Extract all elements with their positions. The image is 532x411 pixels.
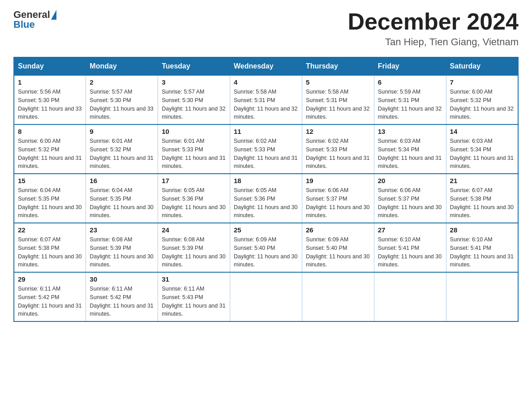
location-subtitle: Tan Hiep, Tien Giang, Vietnam	[348, 36, 519, 48]
calendar-day-cell: 26 Sunrise: 6:09 AM Sunset: 5:40 PM Dayl…	[302, 223, 374, 272]
day-number: 24	[162, 226, 226, 234]
day-number: 16	[90, 177, 154, 184]
logo-triangle-icon	[51, 10, 56, 20]
day-number: 31	[162, 275, 226, 283]
day-info: Sunrise: 6:06 AM Sunset: 5:37 PM Dayligh…	[306, 186, 370, 220]
day-info: Sunrise: 6:11 AM Sunset: 5:43 PM Dayligh…	[162, 285, 226, 318]
day-info: Sunrise: 6:00 AM Sunset: 5:32 PM Dayligh…	[18, 137, 82, 171]
calendar-day-cell: 31 Sunrise: 6:11 AM Sunset: 5:43 PM Dayl…	[158, 272, 230, 321]
weekday-header-tuesday: Tuesday	[158, 57, 230, 75]
calendar-day-cell: 17 Sunrise: 6:05 AM Sunset: 5:36 PM Dayl…	[158, 174, 230, 223]
day-number: 19	[306, 177, 370, 184]
day-info: Sunrise: 6:08 AM Sunset: 5:39 PM Dayligh…	[90, 235, 154, 269]
logo-blue-text: Blue	[13, 19, 35, 30]
calendar-day-cell: 7 Sunrise: 6:00 AM Sunset: 5:32 PM Dayli…	[446, 75, 518, 124]
day-info: Sunrise: 5:58 AM Sunset: 5:31 PM Dayligh…	[234, 88, 298, 121]
day-number: 3	[162, 78, 226, 86]
day-number: 17	[162, 177, 226, 184]
weekday-header-saturday: Saturday	[446, 57, 518, 75]
calendar-day-cell: 11 Sunrise: 6:02 AM Sunset: 5:33 PM Dayl…	[230, 124, 302, 174]
weekday-header-sunday: Sunday	[14, 57, 86, 75]
day-info: Sunrise: 6:02 AM Sunset: 5:33 PM Dayligh…	[234, 137, 298, 171]
day-info: Sunrise: 6:07 AM Sunset: 5:38 PM Dayligh…	[450, 186, 514, 220]
calendar-week-row: 15 Sunrise: 6:04 AM Sunset: 5:35 PM Dayl…	[14, 174, 518, 223]
calendar-day-cell: 24 Sunrise: 6:08 AM Sunset: 5:39 PM Dayl…	[158, 223, 230, 272]
calendar-day-cell: 16 Sunrise: 6:04 AM Sunset: 5:35 PM Dayl…	[86, 174, 158, 223]
day-number: 15	[18, 177, 82, 184]
day-number: 27	[378, 226, 442, 234]
calendar-week-row: 8 Sunrise: 6:00 AM Sunset: 5:32 PM Dayli…	[14, 124, 518, 174]
day-info: Sunrise: 6:02 AM Sunset: 5:33 PM Dayligh…	[306, 137, 370, 171]
calendar-table: SundayMondayTuesdayWednesdayThursdayFrid…	[13, 57, 519, 322]
day-number: 18	[234, 177, 298, 184]
empty-cell	[446, 272, 518, 321]
day-number: 11	[234, 128, 298, 135]
logo: General Blue	[13, 9, 56, 30]
day-info: Sunrise: 6:05 AM Sunset: 5:36 PM Dayligh…	[234, 186, 298, 220]
calendar-day-cell: 23 Sunrise: 6:08 AM Sunset: 5:39 PM Dayl…	[86, 223, 158, 272]
calendar-day-cell: 8 Sunrise: 6:00 AM Sunset: 5:32 PM Dayli…	[14, 124, 86, 174]
calendar-week-row: 22 Sunrise: 6:07 AM Sunset: 5:38 PM Dayl…	[14, 223, 518, 272]
day-number: 1	[18, 78, 82, 86]
day-number: 26	[306, 226, 370, 234]
day-info: Sunrise: 6:09 AM Sunset: 5:40 PM Dayligh…	[234, 235, 298, 269]
weekday-header-monday: Monday	[86, 57, 158, 75]
calendar-day-cell: 13 Sunrise: 6:03 AM Sunset: 5:34 PM Dayl…	[374, 124, 446, 174]
day-number: 28	[450, 226, 514, 234]
calendar-day-cell: 15 Sunrise: 6:04 AM Sunset: 5:35 PM Dayl…	[14, 174, 86, 223]
day-info: Sunrise: 6:09 AM Sunset: 5:40 PM Dayligh…	[306, 235, 370, 269]
day-info: Sunrise: 5:57 AM Sunset: 5:30 PM Dayligh…	[90, 88, 154, 121]
calendar-day-cell: 28 Sunrise: 6:10 AM Sunset: 5:41 PM Dayl…	[446, 223, 518, 272]
day-number: 6	[378, 78, 442, 86]
calendar-week-row: 29 Sunrise: 6:11 AM Sunset: 5:42 PM Dayl…	[14, 272, 518, 321]
weekday-header-wednesday: Wednesday	[230, 57, 302, 75]
day-number: 5	[306, 78, 370, 86]
calendar-day-cell: 9 Sunrise: 6:01 AM Sunset: 5:32 PM Dayli…	[86, 124, 158, 174]
day-number: 14	[450, 128, 514, 135]
day-info: Sunrise: 6:08 AM Sunset: 5:39 PM Dayligh…	[162, 235, 226, 269]
day-info: Sunrise: 5:59 AM Sunset: 5:31 PM Dayligh…	[378, 88, 442, 121]
calendar-day-cell: 29 Sunrise: 6:11 AM Sunset: 5:42 PM Dayl…	[14, 272, 86, 321]
calendar-day-cell: 3 Sunrise: 5:57 AM Sunset: 5:30 PM Dayli…	[158, 75, 230, 124]
day-info: Sunrise: 6:07 AM Sunset: 5:38 PM Dayligh…	[18, 235, 82, 269]
day-number: 29	[18, 275, 82, 283]
empty-cell	[302, 272, 374, 321]
page-header: General Blue December 2024 Tan Hiep, Tie…	[13, 9, 519, 48]
day-info: Sunrise: 6:06 AM Sunset: 5:37 PM Dayligh…	[378, 186, 442, 220]
day-number: 30	[90, 275, 154, 283]
calendar-day-cell: 10 Sunrise: 6:01 AM Sunset: 5:33 PM Dayl…	[158, 124, 230, 174]
day-number: 13	[378, 128, 442, 135]
empty-cell	[374, 272, 446, 321]
calendar-day-cell: 1 Sunrise: 5:56 AM Sunset: 5:30 PM Dayli…	[14, 75, 86, 124]
calendar-day-cell: 19 Sunrise: 6:06 AM Sunset: 5:37 PM Dayl…	[302, 174, 374, 223]
day-info: Sunrise: 6:11 AM Sunset: 5:42 PM Dayligh…	[90, 285, 154, 318]
day-info: Sunrise: 6:05 AM Sunset: 5:36 PM Dayligh…	[162, 186, 226, 220]
day-info: Sunrise: 6:01 AM Sunset: 5:32 PM Dayligh…	[90, 137, 154, 171]
calendar-day-cell: 4 Sunrise: 5:58 AM Sunset: 5:31 PM Dayli…	[230, 75, 302, 124]
calendar-day-cell: 27 Sunrise: 6:10 AM Sunset: 5:41 PM Dayl…	[374, 223, 446, 272]
empty-cell	[230, 272, 302, 321]
calendar-day-cell: 21 Sunrise: 6:07 AM Sunset: 5:38 PM Dayl…	[446, 174, 518, 223]
day-number: 20	[378, 177, 442, 184]
day-info: Sunrise: 6:00 AM Sunset: 5:32 PM Dayligh…	[450, 88, 514, 121]
day-info: Sunrise: 6:04 AM Sunset: 5:35 PM Dayligh…	[18, 186, 82, 220]
weekday-header-friday: Friday	[374, 57, 446, 75]
day-info: Sunrise: 6:11 AM Sunset: 5:42 PM Dayligh…	[18, 285, 82, 318]
day-info: Sunrise: 5:56 AM Sunset: 5:30 PM Dayligh…	[18, 88, 82, 121]
calendar-day-cell: 12 Sunrise: 6:02 AM Sunset: 5:33 PM Dayl…	[302, 124, 374, 174]
day-info: Sunrise: 6:10 AM Sunset: 5:41 PM Dayligh…	[378, 235, 442, 269]
day-number: 7	[450, 78, 514, 86]
day-info: Sunrise: 6:04 AM Sunset: 5:35 PM Dayligh…	[90, 186, 154, 220]
day-number: 25	[234, 226, 298, 234]
weekday-header-row: SundayMondayTuesdayWednesdayThursdayFrid…	[14, 57, 518, 75]
calendar-week-row: 1 Sunrise: 5:56 AM Sunset: 5:30 PM Dayli…	[14, 75, 518, 124]
day-info: Sunrise: 5:58 AM Sunset: 5:31 PM Dayligh…	[306, 88, 370, 121]
calendar-day-cell: 6 Sunrise: 5:59 AM Sunset: 5:31 PM Dayli…	[374, 75, 446, 124]
calendar-day-cell: 18 Sunrise: 6:05 AM Sunset: 5:36 PM Dayl…	[230, 174, 302, 223]
weekday-header-thursday: Thursday	[302, 57, 374, 75]
calendar-day-cell: 30 Sunrise: 6:11 AM Sunset: 5:42 PM Dayl…	[86, 272, 158, 321]
day-number: 12	[306, 128, 370, 135]
calendar-day-cell: 14 Sunrise: 6:03 AM Sunset: 5:34 PM Dayl…	[446, 124, 518, 174]
month-title: December 2024	[348, 9, 519, 34]
day-info: Sunrise: 6:03 AM Sunset: 5:34 PM Dayligh…	[378, 137, 442, 171]
